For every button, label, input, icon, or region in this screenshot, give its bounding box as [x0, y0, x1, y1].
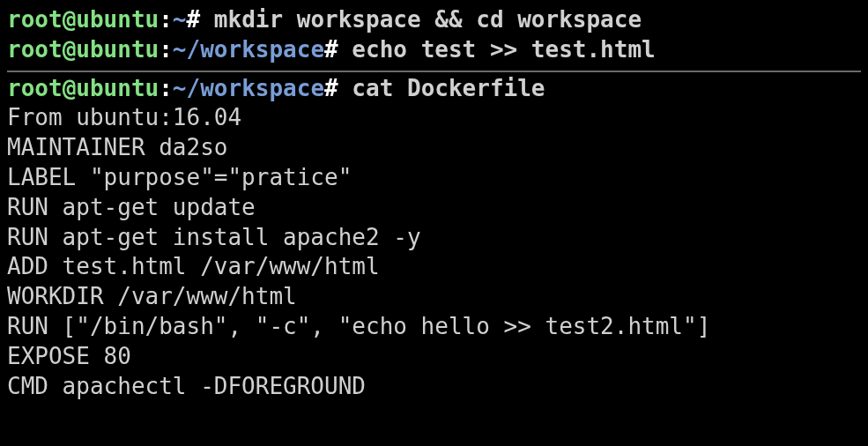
dockerfile-line-expose: EXPOSE 80	[7, 342, 861, 372]
prompt-path-workspace: ~/workspace	[173, 75, 324, 101]
prompt-host: ubuntu	[76, 6, 159, 33]
command-cat	[338, 75, 352, 101]
prompt-user: root	[7, 36, 63, 63]
prompt-path-workspace: ~/workspace	[173, 36, 324, 63]
command-mkdir	[200, 6, 214, 33]
prompt-path-home: ~	[173, 6, 187, 33]
prompt-host: ubuntu	[76, 36, 159, 63]
prompt-at: @	[63, 75, 77, 101]
dockerfile-line-workdir: WORKDIR /var/www/html	[7, 282, 861, 312]
dockerfile-line-run-install: RUN apt-get install apache2 -y	[7, 223, 861, 253]
section-divider	[7, 71, 861, 72]
command-cat-text: cat Dockerfile	[352, 75, 545, 101]
prompt-user: root	[7, 75, 63, 101]
prompt-symbol: #	[324, 75, 338, 101]
prompt-colon: :	[159, 75, 173, 101]
prompt-at: @	[63, 6, 77, 33]
prompt-colon: :	[159, 36, 173, 63]
dockerfile-line-maintainer: MAINTAINER da2so	[7, 133, 861, 163]
dockerfile-line-run-update: RUN apt-get update	[7, 193, 861, 223]
prompt-colon: :	[159, 6, 173, 33]
terminal-line-2[interactable]: root@ubuntu:~/workspace# echo test >> te…	[7, 35, 861, 65]
dockerfile-line-cmd: CMD apachectl -DFOREGROUND	[7, 372, 861, 402]
command-echo	[338, 36, 352, 63]
prompt-at: @	[63, 36, 77, 63]
command-mkdir-text: mkdir workspace && cd workspace	[214, 6, 642, 33]
terminal-line-3[interactable]: root@ubuntu:~/workspace# cat Dockerfile	[7, 74, 861, 104]
prompt-host: ubuntu	[76, 75, 159, 101]
prompt-user: root	[7, 6, 63, 33]
dockerfile-line-add: ADD test.html /var/www/html	[7, 252, 861, 282]
prompt-symbol: #	[187, 6, 201, 33]
dockerfile-line-from: From ubuntu:16.04	[7, 103, 861, 133]
prompt-symbol: #	[324, 36, 338, 63]
terminal-line-1[interactable]: root@ubuntu:~# mkdir workspace && cd wor…	[7, 5, 861, 35]
dockerfile-line-label: LABEL "purpose"="pratice"	[7, 163, 861, 193]
command-echo-text: echo test >> test.html	[352, 36, 655, 63]
dockerfile-line-run-bash: RUN ["/bin/bash", "-c", "echo hello >> t…	[7, 312, 861, 342]
